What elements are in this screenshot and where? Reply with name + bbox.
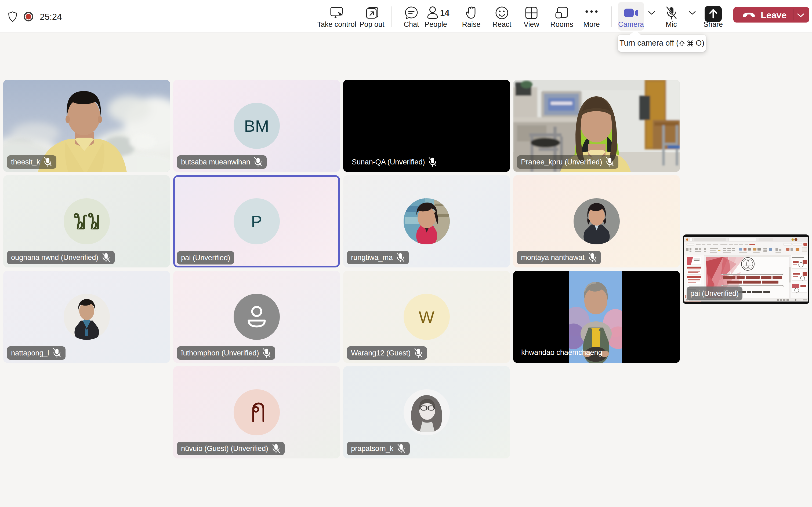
svg-text:14: 14 — [440, 8, 450, 18]
